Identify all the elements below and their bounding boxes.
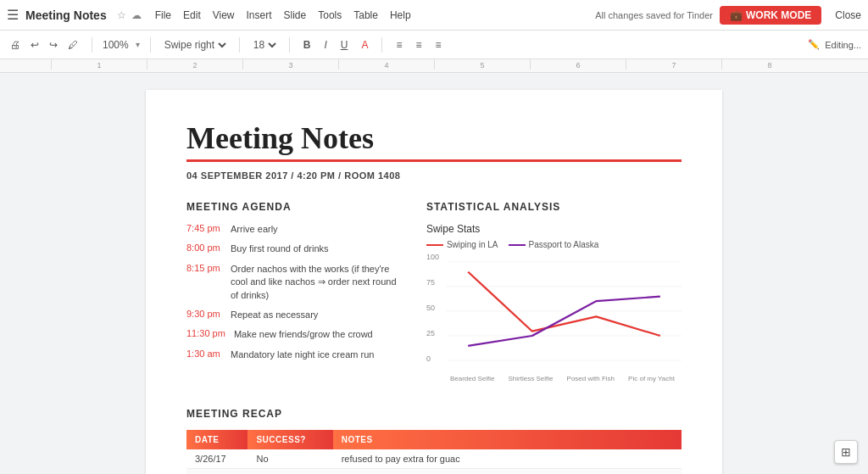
ruler: 1 2 3 4 5 6 7 8 <box>0 59 868 73</box>
floating-action-button[interactable]: ⊞ <box>834 440 858 464</box>
top-bar: ☰ Meeting Notes ☆ ☁ File Edit View Inser… <box>0 0 868 31</box>
agenda-desc: Make new friends/grow the crowd <box>234 328 373 341</box>
title-icons: ☆ ☁ <box>117 9 142 21</box>
zoom-level: 100% <box>103 39 129 51</box>
doc-divider <box>186 159 682 162</box>
hamburger-icon[interactable]: ☰ <box>7 7 19 23</box>
agenda-time: 8:15 pm <box>186 263 222 302</box>
legend-line-purple <box>509 244 526 246</box>
separator-2 <box>150 37 151 53</box>
work-mode-button[interactable]: 💼 WORK MODE <box>720 6 821 25</box>
menu-insert[interactable]: Insert <box>247 9 272 21</box>
toolbar-left: 🖨 ↩ ↪ 🖊 <box>7 37 81 53</box>
doc-heading: Meeting Notes <box>186 120 682 156</box>
doc-subtitle: 04 SEPTEMBER 2017 / 4:20 PM / ROOM 1408 <box>186 170 682 181</box>
doc-title: Meeting Notes <box>25 8 107 22</box>
agenda-item: 11:30 pmMake new friends/grow the crowd <box>186 328 399 341</box>
agenda-desc: Buy first round of drinks <box>231 243 329 255</box>
agenda-item: 8:15 pmOrder nachos with the works (if t… <box>186 263 399 302</box>
menu-help[interactable]: Help <box>390 9 411 21</box>
undo-button[interactable]: ↩ <box>27 37 42 53</box>
agenda-time: 8:00 pm <box>186 243 222 255</box>
menu-slide[interactable]: Slide <box>284 9 307 21</box>
legend-line-pink <box>426 244 443 246</box>
cell-date: 3/26/17 <box>186 449 248 469</box>
agenda-time: 1:30 am <box>186 349 222 361</box>
cell-date: 4/9/17 <box>186 469 248 475</box>
table-row: 4/9/17 Yes drove an old VW bus. yay :) #… <box>186 469 682 475</box>
analysis-column: STATISTICAL ANALYSIS Swipe Stats Swiping… <box>426 201 682 384</box>
recap-title: MEETING RECAP <box>186 408 682 420</box>
agenda-time: 11:30 pm <box>186 328 225 341</box>
color-button[interactable]: A <box>358 37 371 53</box>
work-mode-label: WORK MODE <box>746 9 811 21</box>
agenda-desc: Mandatory late night ice cream run <box>231 349 374 361</box>
legend-purple: Passport to Alaska <box>509 240 599 249</box>
col-notes: NOTES <box>333 430 682 449</box>
print-button[interactable]: 🖨 <box>7 37 24 53</box>
briefcase-icon: 💼 <box>730 9 743 21</box>
star-icon[interactable]: ☆ <box>117 9 126 21</box>
menu-file[interactable]: File <box>155 9 171 21</box>
separator-5 <box>381 37 382 53</box>
paint-button[interactable]: 🖊 <box>64 37 81 53</box>
chart-svg <box>426 253 682 371</box>
agenda-time: 9:30 pm <box>186 309 222 321</box>
y-axis-labels: 100 75 50 25 0 <box>426 253 439 363</box>
layout-select[interactable]: Swipe right <box>161 38 229 52</box>
agenda-list: 7:45 pmArrive early8:00 pmBuy first roun… <box>186 223 399 361</box>
align-left-button[interactable]: ≡ <box>392 37 405 53</box>
pencil-icon: ✏️ <box>808 39 820 50</box>
analysis-title: STATISTICAL ANALYSIS <box>426 201 682 213</box>
document: Meeting Notes 04 SEPTEMBER 2017 / 4:20 P… <box>146 90 722 474</box>
menu-table[interactable]: Table <box>353 9 378 21</box>
agenda-item: 7:45 pmArrive early <box>186 223 399 236</box>
agenda-item: 9:30 pmRepeat as necessary <box>186 309 399 321</box>
cloud-icon[interactable]: ☁ <box>131 9 142 21</box>
agenda-desc: Order nachos with the works (if they're … <box>231 263 399 302</box>
cell-notes: drove an old VW bus. yay :) #VanLife <box>333 469 682 475</box>
agenda-title: MEETING AGENDA <box>186 201 399 213</box>
main-area: Meeting Notes 04 SEPTEMBER 2017 / 4:20 P… <box>0 73 868 474</box>
agenda-desc: Repeat as necessary <box>231 309 318 321</box>
toolbar: 🖨 ↩ ↪ 🖊 100% ▾ Swipe right 18 B I U A ≡ … <box>0 31 868 59</box>
underline-button[interactable]: U <box>337 37 352 53</box>
table-header: DATE SUCCESS? NOTES <box>186 430 682 449</box>
legend-pink: Swiping in LA <box>426 240 498 249</box>
recap-table: DATE SUCCESS? NOTES 3/26/17 No refused t… <box>186 430 682 474</box>
cell-success: No <box>248 449 332 469</box>
align-center-button[interactable]: ≡ <box>412 37 425 53</box>
cell-notes: refused to pay extra for guac <box>333 449 682 469</box>
menu-bar: File Edit View Insert Slide Tools Table … <box>155 9 411 21</box>
separator-1 <box>92 37 92 53</box>
agenda-column: MEETING AGENDA 7:45 pmArrive early8:00 p… <box>186 201 399 384</box>
agenda-item: 1:30 amMandatory late night ice cream ru… <box>186 349 399 361</box>
col-success: SUCCESS? <box>248 430 332 449</box>
col-date: DATE <box>186 430 248 449</box>
redo-button[interactable]: ↪ <box>46 37 61 53</box>
italic-button[interactable]: I <box>320 37 330 53</box>
two-column-section: MEETING AGENDA 7:45 pmArrive early8:00 p… <box>186 201 682 384</box>
separator-4 <box>289 37 290 53</box>
chart-legend: Swiping in LA Passport to Alaska <box>426 240 682 249</box>
close-button[interactable]: Close <box>835 9 861 21</box>
font-size-select[interactable]: 18 <box>250 38 279 52</box>
chart-area: Swipe Stats Swiping in LA Passport to Al… <box>426 223 682 384</box>
save-status: All changes saved for Tinder <box>595 10 713 20</box>
menu-edit[interactable]: Edit <box>183 9 201 21</box>
align-right-button[interactable]: ≡ <box>431 37 444 53</box>
editing-status: Editing... <box>825 40 861 50</box>
chart-title: Swipe Stats <box>426 223 682 235</box>
menu-view[interactable]: View <box>213 9 235 21</box>
legend-label-pink: Swiping in LA <box>447 240 498 249</box>
agenda-desc: Arrive early <box>231 223 278 236</box>
recap-section: MEETING RECAP DATE SUCCESS? NOTES 3/26/1… <box>186 408 682 474</box>
legend-label-purple: Passport to Alaska <box>529 240 599 249</box>
menu-tools[interactable]: Tools <box>318 9 342 21</box>
separator-3 <box>239 37 240 53</box>
zoom-arrow[interactable]: ▾ <box>136 40 140 49</box>
agenda-time: 7:45 pm <box>186 223 222 236</box>
bold-button[interactable]: B <box>300 37 314 53</box>
table-row: 3/26/17 No refused to pay extra for guac <box>186 449 682 469</box>
cell-success: Yes <box>248 469 332 475</box>
